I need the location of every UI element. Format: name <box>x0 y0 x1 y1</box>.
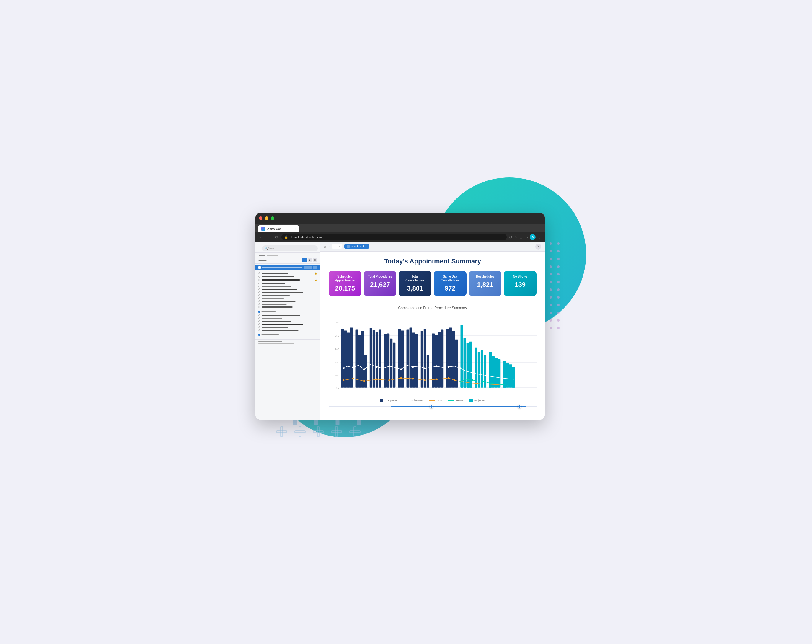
legend-item-projected: Projected <box>469 398 485 402</box>
top-toolbar: ⌂ › ... › Dashboard × ? <box>321 242 545 252</box>
forward-button[interactable]: → <box>267 234 272 240</box>
chart-svg: 300 250 200 150 100 50 <box>329 314 537 396</box>
metric-card-reschedules[interactable]: Reschedules 1,821 <box>469 271 502 296</box>
sidebar-list-item[interactable] <box>255 275 320 278</box>
tab-close-button[interactable]: × <box>294 227 296 230</box>
sidebar-list-item[interactable] <box>255 294 320 297</box>
item-dot <box>258 324 260 325</box>
sidebar-list-item[interactable] <box>255 288 320 291</box>
item-dot <box>258 282 260 284</box>
chart-area: 300 250 200 150 100 50 <box>329 314 537 396</box>
svg-rect-68 <box>512 385 515 388</box>
window-maximize-dot[interactable] <box>271 217 274 220</box>
sidebar-list-item[interactable] <box>255 303 320 305</box>
browser-tabs-bar: AbbaDox × <box>255 224 545 232</box>
sidebar-list-item[interactable] <box>255 291 320 294</box>
metric-card-cancellations[interactable]: Total Cancellations 3,801 <box>398 271 431 296</box>
extension-button[interactable]: ⊞ <box>519 235 523 239</box>
reload-button[interactable]: ↻ <box>274 234 279 240</box>
legend-item-scheduled: Scheduled <box>403 398 423 402</box>
svg-point-89 <box>448 377 449 379</box>
item-dot <box>258 272 260 274</box>
svg-rect-57 <box>503 361 506 388</box>
sidebar-list-item[interactable] <box>255 314 320 317</box>
sidebar-list-item[interactable]: 🔒 <box>255 278 320 282</box>
active-btn-3[interactable] <box>313 266 317 269</box>
cast-button[interactable]: ▭ <box>524 235 528 239</box>
sidebar-btn-3[interactable]: ⊞ <box>313 258 317 262</box>
svg-rect-36 <box>427 355 429 388</box>
menu-button[interactable]: ⋮ <box>537 235 541 239</box>
sidebar-list-item[interactable] <box>255 285 320 288</box>
cross-small-3 <box>313 426 324 437</box>
browser-action-buttons: ⊙ ☆ ⊞ ▭ C ⋮ <box>509 234 541 240</box>
card-label-cancellations: Total Cancellations <box>401 275 429 282</box>
breadcrumb-item-active[interactable]: Dashboard × <box>344 244 369 249</box>
sidebar-btn-1[interactable] <box>302 258 307 262</box>
scroll-handle-left[interactable] <box>430 405 433 408</box>
item-text-bar <box>262 283 285 284</box>
sidebar-search-box[interactable]: 🔍 Search... <box>262 246 318 251</box>
legend-item-goal: Goal <box>429 398 442 402</box>
item-dot <box>258 329 260 331</box>
sidebar-list-item[interactable] <box>255 326 320 329</box>
svg-rect-20 <box>370 328 372 388</box>
svg-point-76 <box>424 367 426 369</box>
sidebar-list-item[interactable] <box>255 300 320 303</box>
item-dot <box>258 303 260 305</box>
sidebar-list-item[interactable] <box>255 305 320 308</box>
sidebar-list-item[interactable] <box>255 323 320 326</box>
dashboard-title: Today's Appointment Summary <box>329 258 537 265</box>
scroll-handle-right[interactable] <box>517 405 521 408</box>
metric-card-scheduled[interactable]: Scheduled Appointments 20,175 <box>329 271 362 296</box>
star-button[interactable]: ☆ <box>514 235 517 239</box>
sidebar-section-3 <box>255 333 320 337</box>
help-button[interactable]: ? <box>535 244 541 250</box>
item-text-bar <box>262 318 282 319</box>
legend-item-future: Future <box>448 398 463 402</box>
sidebar-list-item[interactable] <box>255 317 320 320</box>
back-button[interactable]: ← <box>259 234 264 240</box>
item-text-bar <box>262 286 291 287</box>
svg-point-79 <box>460 367 461 369</box>
svg-rect-51 <box>481 350 483 388</box>
window-minimize-dot[interactable] <box>265 217 269 220</box>
item-text-bar <box>262 327 288 328</box>
sidebar-list-item[interactable] <box>255 320 320 323</box>
sidebar-active-item[interactable] <box>255 265 320 270</box>
address-box[interactable]: 🔒 abbadoxbl.idssite.com <box>281 234 507 240</box>
sidebar-btn-2[interactable]: ▶ <box>308 258 312 262</box>
profile-button[interactable]: C <box>530 234 536 240</box>
sidebar-actions-row: ▶ ⊞ <box>255 257 320 264</box>
chart-scrollbar[interactable] <box>329 406 537 407</box>
sidebar-list-item[interactable] <box>255 329 320 331</box>
window-close-dot[interactable] <box>259 217 263 220</box>
crumb-close-button[interactable]: × <box>365 245 367 248</box>
browser-tab-active[interactable]: AbbaDox × <box>258 225 299 232</box>
home-icon[interactable]: ⌂ <box>324 244 326 249</box>
active-btn-2[interactable] <box>308 266 312 269</box>
cross-small-5 <box>349 426 360 437</box>
zoom-button[interactable]: ⊙ <box>509 235 512 239</box>
legend-line-icon-future <box>448 399 454 401</box>
svg-rect-56 <box>498 359 501 388</box>
sidebar-list-item[interactable] <box>255 297 320 300</box>
metric-card-procedures[interactable]: Total Procedures 21,627 <box>364 271 397 296</box>
svg-rect-65 <box>475 383 478 388</box>
sidebar-list-item[interactable] <box>255 282 320 285</box>
active-btn-1[interactable] <box>304 266 308 269</box>
section-3-header <box>258 334 317 336</box>
sidebar-section-2 <box>255 310 320 314</box>
breadcrumb-item-1[interactable]: ... › <box>332 244 342 249</box>
metric-card-same-day[interactable]: Same Day Cancellations 972 <box>434 271 467 296</box>
content-area: Today's Appointment Summary Scheduled Ap… <box>321 252 545 420</box>
svg-rect-102 <box>469 398 473 402</box>
scroll-thumb[interactable] <box>391 406 526 407</box>
sidebar-list-item[interactable]: 🔒 <box>255 272 320 275</box>
metric-card-no-shows[interactable]: No Shows 139 <box>504 271 537 296</box>
item-text-bar <box>262 292 303 293</box>
svg-text:150: 150 <box>335 361 339 364</box>
svg-point-101 <box>450 400 452 401</box>
svg-point-70 <box>352 366 354 368</box>
sidebar-menu-icon[interactable]: ☰ <box>258 247 260 250</box>
